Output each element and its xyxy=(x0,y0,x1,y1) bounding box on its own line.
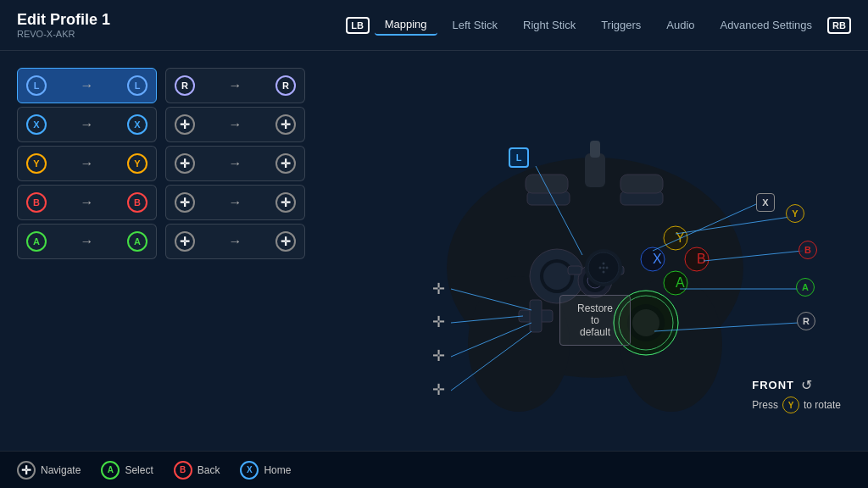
back-label: Back xyxy=(198,464,220,476)
dpad-left-4: ✛ xyxy=(175,231,195,252)
main-content: L → L X → X Y → Y B → B A → A xyxy=(0,51,868,451)
mapping-row-x[interactable]: X → X xyxy=(17,107,157,142)
dpad-label-3: ✛ xyxy=(432,347,445,365)
arrow-icon: → xyxy=(229,234,242,249)
tab-right-stick[interactable]: Right Stick xyxy=(513,15,586,35)
l-stick-label: L xyxy=(509,147,529,168)
tab-left-stick[interactable]: Left Stick xyxy=(442,15,508,35)
mapping-row-dpad4[interactable]: ✛ → ✛ xyxy=(165,224,305,259)
button-a-right: A xyxy=(127,231,147,252)
mapping-row-dpad3[interactable]: ✛ → ✛ xyxy=(165,185,305,220)
mapping-row-b[interactable]: B → B xyxy=(17,185,157,220)
dpad-right-1: ✛ xyxy=(275,114,296,135)
svg-rect-30 xyxy=(526,175,568,193)
dpad-left-3: ✛ xyxy=(175,192,195,213)
dpad-right-3: ✛ xyxy=(275,192,296,213)
svg-text:X: X xyxy=(653,252,662,266)
arrow-icon: → xyxy=(229,156,242,171)
rotate-text: to rotate xyxy=(804,399,841,411)
svg-point-38 xyxy=(603,267,605,269)
header: Edit Profile 1 REVO-X-AKR LB Mapping Lef… xyxy=(0,0,868,51)
svg-point-35 xyxy=(599,267,602,269)
svg-point-37 xyxy=(603,271,605,274)
bottom-bar: ✛ Navigate A Select B Back X Home xyxy=(0,451,868,488)
dpad-left-1: ✛ xyxy=(175,114,195,135)
a-button-label: A xyxy=(796,278,815,297)
x-button-label: X xyxy=(756,193,775,212)
left-mapping-column: L → L X → X Y → Y B → B A → A xyxy=(17,68,157,434)
select-item: A Select xyxy=(101,461,153,480)
arrow-icon: → xyxy=(81,156,94,171)
right-mapping-column: R → R ✛ → ✛ ✛ → ✛ ✛ → ✛ ✛ → ✛ xyxy=(165,68,305,434)
dpad-left-2: ✛ xyxy=(175,153,195,174)
button-x-left: X xyxy=(26,114,47,135)
profile-subtitle: REVO-X-AKR xyxy=(17,29,110,39)
profile-title: Edit Profile 1 xyxy=(17,11,110,29)
svg-rect-3 xyxy=(585,153,605,187)
navigate-label: Navigate xyxy=(41,464,81,476)
svg-point-36 xyxy=(606,267,609,269)
b-button-label: B xyxy=(798,241,817,259)
button-r-right: R xyxy=(275,75,296,96)
button-r-left: R xyxy=(175,75,195,96)
home-item: X Home xyxy=(240,461,291,480)
mapping-row-dpad2[interactable]: ✛ → ✛ xyxy=(165,146,305,181)
home-icon: X xyxy=(240,461,259,480)
select-label: Select xyxy=(125,464,153,476)
profile-title-block: Edit Profile 1 REVO-X-AKR xyxy=(17,11,110,39)
navigate-item: ✛ Navigate xyxy=(17,461,81,480)
svg-text:A: A xyxy=(676,275,685,290)
svg-rect-24 xyxy=(568,266,581,274)
arrow-icon: → xyxy=(81,195,94,210)
dpad-right-2: ✛ xyxy=(275,153,296,174)
mapping-panel: L → L X → X Y → Y B → B A → A xyxy=(0,51,322,451)
mapping-row-a[interactable]: A → A xyxy=(17,224,157,259)
arrow-icon: → xyxy=(81,117,94,132)
arrow-icon: → xyxy=(81,234,94,249)
rb-badge: RB xyxy=(827,17,851,34)
dpad-label-1: ✛ xyxy=(432,280,445,298)
arrow-icon: → xyxy=(229,78,242,93)
tab-triggers[interactable]: Triggers xyxy=(591,15,651,35)
home-label: Home xyxy=(264,464,291,476)
svg-point-11 xyxy=(632,309,659,336)
nav-tabs: LB Mapping Left Stick Right Stick Trigge… xyxy=(346,14,851,36)
back-icon: B xyxy=(174,461,192,480)
svg-rect-31 xyxy=(620,175,663,193)
controller-svg: Y B A X xyxy=(341,73,849,429)
mapping-row-l[interactable]: L → L xyxy=(17,68,157,103)
svg-rect-27 xyxy=(530,300,542,332)
svg-point-34 xyxy=(603,263,605,265)
y-button-label: Y xyxy=(786,204,804,223)
front-section: FRONT ↺ Press Y to rotate xyxy=(752,377,841,413)
arrow-icon: → xyxy=(229,195,242,210)
navigate-icon: ✛ xyxy=(17,461,36,480)
button-y-right: Y xyxy=(127,153,147,174)
select-icon: A xyxy=(101,461,120,480)
button-x-right: X xyxy=(127,114,147,135)
mapping-row-r[interactable]: R → R xyxy=(165,68,305,103)
mapping-row-y[interactable]: Y → Y xyxy=(17,146,157,181)
button-l-left: L xyxy=(26,75,47,96)
rotate-icon[interactable]: ↺ xyxy=(801,377,812,393)
back-item: B Back xyxy=(174,461,220,480)
tab-audio[interactable]: Audio xyxy=(656,15,704,35)
lb-badge: LB xyxy=(346,17,370,34)
mapping-row-dpad1[interactable]: ✛ → ✛ xyxy=(165,107,305,142)
press-text: Press xyxy=(752,399,778,411)
svg-point-7 xyxy=(543,263,570,290)
arrow-icon: → xyxy=(81,78,94,93)
dpad-label-2: ✛ xyxy=(432,313,445,331)
button-y-left: Y xyxy=(26,153,47,174)
tab-mapping[interactable]: Mapping xyxy=(375,14,437,36)
y-rotate-btn: Y xyxy=(782,396,799,413)
arrow-icon: → xyxy=(229,117,242,132)
controller-area: Y B A X xyxy=(322,51,868,451)
tab-advanced[interactable]: Advanced Settings xyxy=(710,15,822,35)
r-stick-label: R xyxy=(797,312,815,330)
button-b-right: B xyxy=(127,192,147,213)
button-a-left: A xyxy=(26,231,47,252)
svg-rect-4 xyxy=(590,141,600,158)
restore-default-button[interactable]: Restore to default xyxy=(559,295,631,346)
dpad-label-4: ✛ xyxy=(432,380,445,399)
